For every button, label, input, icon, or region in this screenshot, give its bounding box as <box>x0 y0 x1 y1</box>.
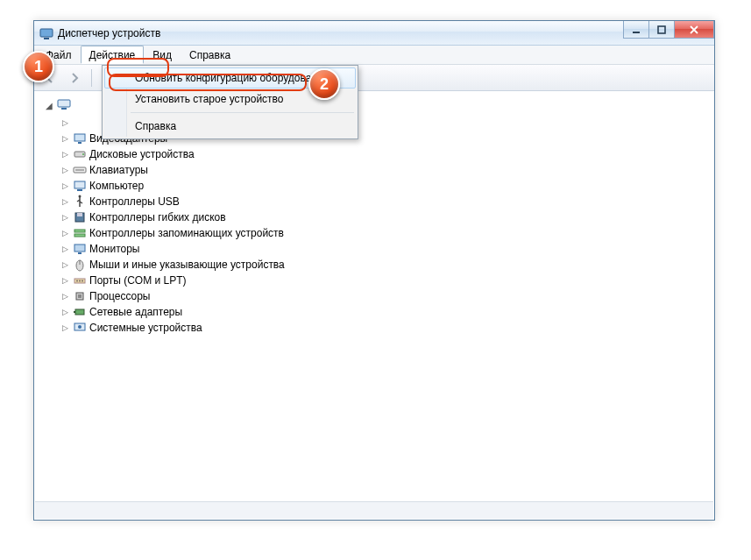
tree-node[interactable]: ▷Порты (COM и LPT) <box>60 273 713 288</box>
collapse-icon[interactable]: ◢ <box>44 101 53 110</box>
tree-node-label: Мониторы <box>89 243 139 255</box>
tree-node-label: Контроллеры USB <box>89 195 180 208</box>
tree-node-label: Клавиатуры <box>89 164 148 176</box>
close-button[interactable] <box>674 21 714 39</box>
toolbar-separator <box>91 69 92 87</box>
svg-point-28 <box>81 280 83 282</box>
svg-point-16 <box>79 195 81 198</box>
app-icon <box>39 26 53 40</box>
expand-icon[interactable]: ▷ <box>60 197 70 206</box>
tree-node-label: Системные устройства <box>89 322 202 334</box>
expand-icon[interactable]: ▷ <box>60 229 70 237</box>
tree-node[interactable]: ▷Клавиатуры <box>60 162 713 178</box>
computer-icon <box>73 179 87 193</box>
computer-icon <box>57 97 71 114</box>
expand-icon[interactable]: ▷ <box>60 213 70 222</box>
menu-help[interactable]: Справка <box>181 46 239 64</box>
maximize-button[interactable] <box>648 21 675 39</box>
expand-icon[interactable]: ▷ <box>60 134 70 143</box>
device-manager-window: Диспетчер устройств Файл Действие Вид Сп… <box>33 20 715 521</box>
svg-rect-22 <box>78 252 81 254</box>
callout-1: 1 <box>23 51 54 82</box>
svg-rect-1 <box>44 38 49 39</box>
expand-icon[interactable]: ▷ <box>60 260 70 269</box>
tree-node[interactable]: ▷Сетевые адаптеры <box>60 304 713 320</box>
svg-rect-30 <box>78 294 81 298</box>
svg-point-11 <box>82 153 84 155</box>
tree-node-label: Компьютер <box>89 180 144 192</box>
port-icon <box>73 273 87 287</box>
tree-node-label: Контроллеры гибких дисков <box>89 211 226 223</box>
svg-rect-32 <box>74 311 75 313</box>
tree-node-label: Мыши и иные указывающие устройства <box>89 259 285 271</box>
svg-rect-0 <box>40 29 53 37</box>
window-title: Диспетчер устройств <box>58 27 160 39</box>
window-controls <box>624 21 714 39</box>
client-area: ◢ ▷▷Видеоадаптеры▷Дисковые устройства▷Кл… <box>35 93 713 500</box>
tree-node-label: Процессоры <box>89 290 151 302</box>
statusbar <box>35 501 713 519</box>
system-icon <box>73 321 87 335</box>
tree-node-label: Контроллеры запоминающих устройств <box>89 227 284 239</box>
svg-point-26 <box>76 280 78 282</box>
svg-rect-3 <box>658 26 665 33</box>
tree-node-label: Порты (COM и LPT) <box>89 274 187 287</box>
svg-rect-8 <box>74 134 85 141</box>
tree-node-label: Дисковые устройства <box>89 148 195 160</box>
network-icon <box>73 305 87 319</box>
svg-rect-19 <box>74 230 85 232</box>
expand-icon[interactable]: ▷ <box>60 323 70 332</box>
expand-icon[interactable]: ▷ <box>60 181 70 190</box>
usb-icon <box>73 195 87 209</box>
display-icon <box>73 131 87 145</box>
expand-icon[interactable]: ▷ <box>60 308 70 316</box>
tree-node[interactable]: ▷Мыши и иные указывающие устройства <box>60 257 713 273</box>
tree-node[interactable]: ▷Контроллеры запоминающих устройств <box>60 225 713 241</box>
tree-node[interactable]: ▷Системные устройства <box>60 320 713 336</box>
tree-node[interactable]: ▷Контроллеры USB <box>60 194 713 209</box>
svg-rect-20 <box>74 234 85 237</box>
svg-rect-7 <box>61 108 67 110</box>
tree-node[interactable]: ▷Компьютер <box>60 178 713 194</box>
tree-node[interactable]: ▷Дисковые устройства <box>60 146 713 162</box>
tree-node[interactable]: ▷Мониторы <box>60 241 713 257</box>
menu-item-help[interactable]: Справка <box>104 116 356 137</box>
expand-icon[interactable]: ▷ <box>60 166 70 174</box>
svg-rect-15 <box>77 189 82 191</box>
hidden-icon <box>73 116 87 130</box>
titlebar[interactable]: Диспетчер устройств <box>34 21 714 46</box>
svg-point-34 <box>78 325 81 329</box>
svg-rect-18 <box>77 213 82 216</box>
cpu-icon <box>73 289 87 303</box>
expand-icon[interactable]: ▷ <box>60 245 70 253</box>
svg-point-27 <box>79 280 81 282</box>
svg-rect-14 <box>74 181 85 188</box>
tree-node[interactable]: ▷Процессоры <box>60 288 713 304</box>
svg-rect-2 <box>633 32 640 33</box>
dropdown-separator <box>131 112 354 113</box>
monitor-icon <box>73 242 87 256</box>
expand-icon[interactable]: ▷ <box>60 276 70 285</box>
minimize-button[interactable] <box>623 21 649 39</box>
svg-rect-6 <box>58 100 70 107</box>
expand-icon[interactable]: ▷ <box>60 150 70 159</box>
tree-node-label: Сетевые адаптеры <box>89 306 182 318</box>
expand-icon[interactable]: ▷ <box>60 118 70 127</box>
forward-button[interactable] <box>64 67 85 89</box>
mouse-icon <box>73 258 87 272</box>
expand-icon[interactable]: ▷ <box>60 292 70 301</box>
tree-node[interactable]: ▷Контроллеры гибких дисков <box>60 209 713 225</box>
floppy-icon <box>73 210 87 224</box>
highlight-ring-item <box>109 74 307 91</box>
callout-2: 2 <box>308 68 340 100</box>
storage-icon <box>73 226 87 240</box>
svg-rect-21 <box>74 245 85 252</box>
keyboard-icon <box>73 163 87 177</box>
svg-rect-13 <box>75 169 84 171</box>
svg-rect-9 <box>78 142 81 144</box>
disk-icon <box>73 147 87 161</box>
svg-rect-31 <box>75 309 84 315</box>
